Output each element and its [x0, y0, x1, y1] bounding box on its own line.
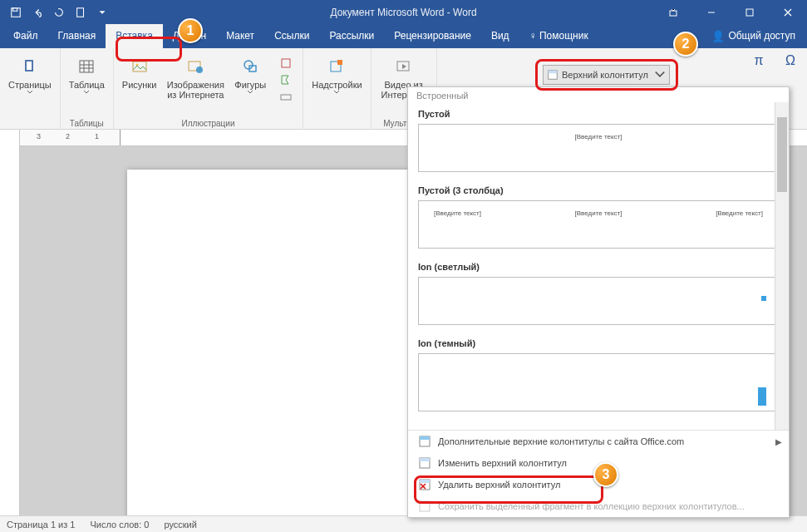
chevron-right-icon [274, 55, 298, 105]
close-icon[interactable] [769, 0, 807, 24]
status-language[interactable]: русский [164, 520, 196, 530]
header-gallery-menu: Встроенный Пустой [Введите текст] Пустой… [407, 86, 790, 518]
gallery-section-label: Встроенный [408, 87, 789, 102]
group-pages: Страницы [0, 48, 61, 130]
video-icon [392, 55, 416, 78]
window-title: Документ Microsoft Word - Word [330, 7, 476, 18]
redo-icon[interactable] [50, 3, 68, 22]
tab-view[interactable]: Вид [481, 24, 519, 48]
scrollbar-thumb[interactable] [777, 117, 787, 192]
group-tables: Таблица Таблицы [61, 48, 114, 130]
group-addins: Надстройки [303, 48, 371, 130]
share-button[interactable]: 👤Общий доступ [703, 24, 804, 48]
svg-rect-21 [282, 59, 290, 67]
picture-icon [128, 55, 151, 78]
gallery-option-three-col[interactable]: Пустой (3 столбца) [Введите текст] [Введ… [410, 179, 787, 249]
gallery-option-empty[interactable]: Пустой [Введите текст] [410, 102, 787, 172]
svg-rect-10 [80, 61, 93, 72]
addins-button[interactable]: Надстройки [307, 53, 367, 95]
symbol-button[interactable]: Ω [779, 53, 802, 71]
tab-insert[interactable]: Вставка [106, 24, 163, 48]
status-page[interactable]: Страница 1 из 1 [7, 520, 75, 530]
chevron-right-icon: ▶ [775, 437, 782, 446]
gallery-option-ion-light[interactable]: Ion (светлый) [410, 255, 787, 325]
edit-header-icon [418, 456, 431, 470]
pages-button[interactable]: Страницы [3, 53, 57, 95]
online-image-icon [184, 55, 207, 78]
svg-rect-24 [337, 60, 342, 65]
table-button[interactable]: Таблица [64, 53, 110, 95]
tab-home[interactable]: Главная [48, 24, 106, 48]
gallery-scrollbar[interactable] [775, 102, 789, 430]
gallery-option-ion-dark[interactable]: Ion (темный) [410, 332, 787, 411]
svg-rect-3 [670, 11, 677, 16]
pictures-button[interactable]: Рисунки [117, 53, 162, 106]
save-selection-icon [418, 500, 431, 513]
preview-ion-dark [418, 353, 779, 411]
online-pictures-button[interactable]: Изображения из Интернета [163, 53, 228, 106]
equation-button[interactable]: π [747, 53, 770, 71]
title-bar: Документ Microsoft Word - Word [0, 0, 807, 24]
status-words[interactable]: Число слов: 0 [90, 520, 149, 530]
header-dropdown-button[interactable]: Верхний колонтитул [543, 65, 670, 85]
ribbon-options-icon[interactable] [654, 0, 692, 24]
new-doc-icon[interactable] [71, 3, 90, 22]
save-selection-item[interactable]: Сохранить выделенный фрагмент в коллекци… [408, 495, 789, 517]
svg-rect-27 [549, 71, 558, 74]
svg-rect-22 [281, 95, 291, 100]
svg-rect-9 [27, 62, 32, 70]
tab-help[interactable]: ♀ Помощник [519, 24, 598, 48]
qat-more-icon[interactable] [93, 3, 111, 22]
tab-review[interactable]: Рецензирование [384, 24, 481, 48]
tab-references[interactable]: Ссылки [264, 24, 319, 48]
page-icon [18, 55, 42, 78]
chevron-down-icon [654, 69, 666, 81]
svg-point-18 [196, 66, 203, 73]
undo-icon[interactable] [28, 3, 47, 22]
tab-layout[interactable]: Макет [216, 24, 264, 48]
status-bar: Страница 1 из 1 Число слов: 0 русский [0, 515, 807, 532]
quick-access-toolbar [0, 3, 111, 22]
header-icon [547, 69, 559, 81]
gallery-list: Пустой [Введите текст] Пустой (3 столбца… [408, 102, 789, 430]
remove-header-icon [418, 478, 431, 491]
svg-rect-33 [420, 480, 430, 483]
svg-point-19 [244, 61, 253, 69]
table-icon [75, 55, 98, 78]
more-headers-office[interactable]: Дополнительные верхние колонтитулы с сай… [408, 431, 789, 452]
window-controls [654, 0, 807, 24]
preview-empty: [Введите текст] [418, 124, 779, 172]
group-illustrations: Рисунки Изображения из Интернета Фигуры … [114, 48, 303, 130]
step-badge-3: 3 [593, 462, 618, 487]
office-icon [418, 435, 431, 448]
ion-dark-block [758, 387, 766, 406]
tab-mailings[interactable]: Рассылки [319, 24, 384, 48]
shapes-button[interactable]: Фигуры [229, 53, 271, 106]
vertical-ruler[interactable] [0, 146, 20, 515]
step-badge-2: 2 [673, 32, 698, 57]
more-illustrations-button[interactable] [273, 53, 299, 106]
svg-rect-31 [420, 458, 430, 461]
svg-rect-5 [746, 9, 753, 16]
svg-rect-2 [77, 7, 84, 17]
svg-rect-36 [420, 501, 430, 511]
svg-rect-1 [13, 7, 17, 11]
shapes-icon [239, 55, 262, 78]
tab-file[interactable]: Файл [3, 24, 48, 48]
addin-icon [325, 55, 348, 78]
maximize-icon[interactable] [731, 0, 769, 24]
minimize-icon[interactable] [692, 0, 731, 24]
svg-rect-29 [420, 436, 430, 440]
preview-ion-light [418, 277, 779, 325]
preview-three: [Введите текст] [Введите текст] [Введите… [418, 200, 779, 249]
ruler-corner [0, 130, 20, 146]
save-icon[interactable] [7, 3, 25, 22]
step-badge-1: 1 [178, 18, 203, 43]
ion-light-block [761, 296, 766, 301]
svg-rect-15 [133, 62, 146, 71]
header-button-label: Верхний колонтитул [562, 70, 648, 80]
